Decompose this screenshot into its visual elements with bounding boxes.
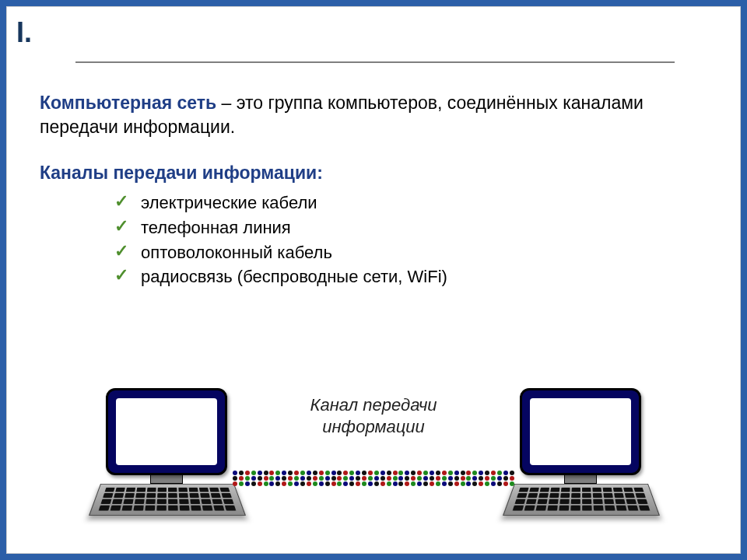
monitor-stand-icon — [564, 475, 597, 484]
list-item-label: радиосвязь (беспроводные сети, WiFi) — [141, 265, 447, 289]
definition-term: Компьютерная сеть — [40, 93, 216, 113]
checkmark-icon: ✓ — [114, 216, 128, 236]
list-item: ✓ радиосвязь (беспроводные сети, WiFi) — [114, 265, 707, 289]
monitor-icon — [520, 388, 641, 475]
list-item-label: телефонная линия — [141, 216, 291, 240]
slide-frame: I. Компьютерная сеть – это группа компью… — [6, 6, 741, 554]
channels-list: ✓ электрические кабели ✓ телефонная лини… — [114, 191, 707, 289]
list-item: ✓ телефонная линия — [114, 216, 707, 240]
slide-content: Компьютерная сеть – это группа компьютер… — [40, 91, 707, 290]
list-item-label: электрические кабели — [141, 191, 317, 215]
computer-left-icon — [93, 388, 240, 524]
data-channel-dots-icon — [233, 471, 514, 488]
keyboard-icon — [514, 484, 647, 524]
monitor-icon — [106, 388, 227, 475]
checkmark-icon: ✓ — [114, 265, 128, 285]
checkmark-icon: ✓ — [114, 241, 128, 261]
checkmark-icon: ✓ — [114, 191, 128, 212]
monitor-stand-icon — [150, 475, 183, 484]
computer-right-icon — [507, 388, 654, 524]
definition-paragraph: Компьютерная сеть – это группа компьютер… — [40, 91, 707, 139]
list-item: ✓ электрические кабели — [114, 191, 707, 215]
channels-heading: Каналы передачи информации: — [40, 161, 707, 185]
list-item-label: оптоволоконный кабель — [141, 241, 332, 264]
network-diagram — [7, 388, 740, 551]
title-underline — [75, 61, 675, 63]
section-roman-numeral: I. — [16, 16, 32, 49]
keyboard-icon — [100, 484, 233, 524]
list-item: ✓ оптоволоконный кабель — [114, 241, 707, 264]
